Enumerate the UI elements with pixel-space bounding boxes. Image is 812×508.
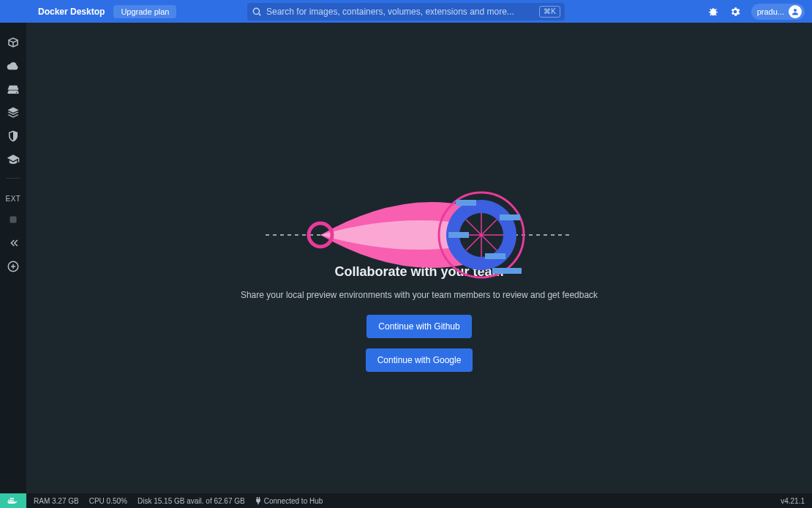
svg-point-2 <box>794 9 797 12</box>
ram-status: RAM 3.27 GB <box>34 497 79 505</box>
hub-status: Connected to Hub <box>255 497 323 505</box>
whale-icon <box>7 496 19 505</box>
add-extension-icon[interactable] <box>7 260 20 273</box>
user-icon <box>791 7 800 16</box>
svg-rect-26 <box>257 497 257 499</box>
upgrade-plan-button[interactable]: Upgrade plan <box>113 5 176 18</box>
engine-status[interactable] <box>0 493 26 508</box>
gear-icon[interactable] <box>729 6 741 18</box>
statusbar: RAM 3.27 GB CPU 0.50% Disk 15.15 GB avai… <box>0 493 812 508</box>
plug-icon <box>255 497 261 504</box>
containers-icon[interactable] <box>7 36 20 49</box>
hub-status-label: Connected to Hub <box>264 497 323 505</box>
app-title: Docker Desktop <box>38 7 105 17</box>
svg-rect-21 <box>8 500 10 501</box>
version-label: v4.21.1 <box>781 497 805 505</box>
drive-icon[interactable] <box>7 83 20 96</box>
disk-status: Disk 15.15 GB avail. of 62.67 GB <box>138 497 245 505</box>
svg-rect-24 <box>10 498 12 499</box>
svg-rect-17 <box>500 214 520 220</box>
search-icon <box>252 7 262 17</box>
extensions-label: EXT <box>6 195 21 203</box>
cpu-status: CPU 0.50% <box>89 497 127 505</box>
layers-icon[interactable] <box>7 106 20 119</box>
learn-icon[interactable] <box>7 153 20 166</box>
sidebar-divider <box>6 178 20 179</box>
search-input[interactable] <box>262 7 539 17</box>
svg-rect-27 <box>258 497 259 499</box>
main-pane: Collaborate with your team Share your lo… <box>26 23 812 493</box>
svg-line-1 <box>259 13 261 15</box>
shield-icon[interactable] <box>7 130 20 143</box>
svg-rect-3 <box>10 217 17 223</box>
svg-rect-18 <box>448 232 469 238</box>
header-actions: pradu... <box>707 4 805 20</box>
sidebar: EXT <box>0 23 26 493</box>
avatar <box>789 5 802 18</box>
extension-item-icon[interactable] <box>7 213 20 226</box>
continue-github-button[interactable]: Continue with Github <box>366 315 471 338</box>
svg-rect-23 <box>12 500 14 501</box>
collapse-icon[interactable] <box>7 236 20 250</box>
continue-google-button[interactable]: Continue with Google <box>366 348 473 372</box>
username-label: pradu... <box>757 7 784 16</box>
svg-rect-16 <box>456 200 476 206</box>
bug-icon[interactable] <box>707 6 719 18</box>
page-subtitle: Share your local preview environments wi… <box>241 290 598 300</box>
account-menu[interactable]: pradu... <box>751 4 805 20</box>
global-search[interactable]: ⌘K <box>247 3 565 20</box>
cloud-icon[interactable] <box>7 59 20 72</box>
search-kbd-hint: ⌘K <box>539 6 560 18</box>
svg-rect-19 <box>485 253 505 259</box>
titlebar: Docker Desktop Upgrade plan ⌘K pradu... <box>0 0 812 23</box>
svg-rect-22 <box>10 500 12 501</box>
svg-rect-20 <box>492 268 522 274</box>
svg-point-0 <box>253 8 259 14</box>
svg-rect-25 <box>12 498 14 499</box>
collaborate-illustration <box>266 184 573 286</box>
